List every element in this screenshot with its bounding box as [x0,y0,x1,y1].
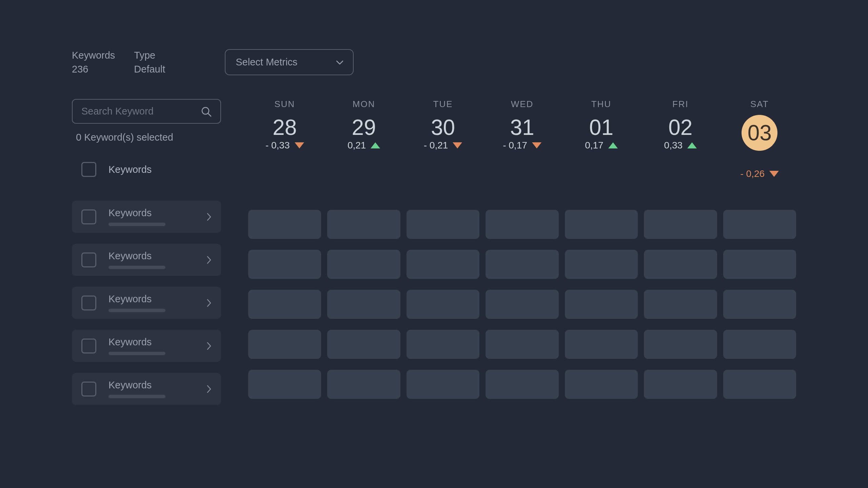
keywords-header-label: Keywords [108,164,152,175]
grid-cell[interactable] [248,370,321,399]
keyword-progress-bar [108,395,165,398]
keywords-stat: Keywords 236 [72,50,115,75]
grid-cell[interactable] [723,290,796,319]
grid-cell[interactable] [723,250,796,279]
type-value: Default [134,64,165,75]
keyword-row-label: Keywords [108,207,207,219]
grid-cell[interactable] [327,250,400,279]
metric-value: 0,21 [348,140,366,151]
grid-cell[interactable] [407,290,479,319]
chevron-right-icon [207,342,212,350]
search-input[interactable]: Search Keyword [72,99,221,124]
day-metric: 0,17 [565,140,638,151]
keyword-checkbox[interactable] [81,209,96,224]
grid-cell[interactable] [644,250,717,279]
keyword-checkbox[interactable] [81,252,96,267]
grid-cell[interactable] [248,210,321,239]
grid-cell[interactable] [327,210,400,239]
metric-value: - 0,33 [265,140,290,151]
grid-cell[interactable] [723,210,796,239]
grid-cell[interactable] [486,210,558,239]
grid-cell[interactable] [486,370,558,399]
day-number: 02 [668,115,692,140]
grid-cell[interactable] [486,250,558,279]
metric-value: - 0,17 [503,140,527,151]
day-name: FRI [644,99,717,109]
grid-cell[interactable] [644,370,717,399]
select-all-row[interactable]: Keywords [72,162,221,177]
grid-cell[interactable] [723,330,796,359]
day-number: 31 [510,115,534,140]
grid-cell[interactable] [248,250,321,279]
select-metrics-dropdown[interactable]: Select Metrics [225,49,354,75]
day-metric: - 0,21 [407,140,479,151]
keyword-row[interactable]: Keywords [72,287,221,319]
grid-cell[interactable] [644,330,717,359]
chevron-right-icon [207,299,212,307]
keyword-row-label: Keywords [108,380,207,391]
day-column[interactable]: SAT03- 0,26 [723,99,796,179]
grid-cell[interactable] [248,290,321,319]
day-number: 01 [589,115,613,140]
grid-cell[interactable] [565,370,638,399]
grid-cell[interactable] [407,330,479,359]
metric-value: - 0,21 [424,140,448,151]
day-metric: - 0,17 [486,140,558,151]
day-metric: 0,33 [644,140,717,151]
trend-down-icon [453,142,462,148]
day-name: MON [327,99,400,109]
grid-cell[interactable] [327,330,400,359]
keyword-row-label: Keywords [108,337,207,348]
grid-cell[interactable] [486,290,558,319]
grid-cell[interactable] [565,210,638,239]
day-column[interactable]: SUN28- 0,33 [248,99,321,179]
metric-value: - 0,26 [740,168,765,179]
day-number: 30 [431,115,455,140]
day-column[interactable]: WED31- 0,17 [486,99,558,179]
grid-row [248,210,796,239]
svg-point-0 [202,107,209,114]
keyword-progress-bar [108,266,165,269]
grid-row [248,250,796,279]
grid-cell[interactable] [407,370,479,399]
grid-cell[interactable] [644,210,717,239]
selected-count: 0 Keyword(s) selected [72,132,221,143]
grid-cell[interactable] [407,250,479,279]
grid-cell[interactable] [486,330,558,359]
grid-cell[interactable] [327,370,400,399]
trend-down-icon [295,142,304,148]
keyword-row-label: Keywords [108,250,207,262]
trend-down-icon [532,142,541,148]
keyword-progress-bar [108,223,165,226]
keyword-checkbox[interactable] [81,296,96,310]
select-all-checkbox[interactable] [81,162,96,177]
grid-cell[interactable] [644,290,717,319]
keyword-checkbox[interactable] [81,339,96,353]
grid-cell[interactable] [565,290,638,319]
grid-cell[interactable] [723,370,796,399]
chevron-right-icon [207,385,212,393]
day-column[interactable]: FRI020,33 [644,99,717,179]
keyword-progress-bar [108,352,165,355]
day-metric: - 0,26 [723,168,796,179]
grid-cell[interactable] [565,250,638,279]
chevron-right-icon [207,213,212,221]
keyword-row[interactable]: Keywords [72,330,221,362]
grid-cell[interactable] [565,330,638,359]
day-column[interactable]: MON290,21 [327,99,400,179]
day-metric: 0,21 [327,140,400,151]
trend-up-icon [608,142,618,148]
day-column[interactable]: THU010,17 [565,99,638,179]
keywords-value: 236 [72,64,115,75]
grid-cell[interactable] [327,290,400,319]
day-column[interactable]: TUE30- 0,21 [407,99,479,179]
grid-cell[interactable] [407,210,479,239]
day-name: SAT [723,99,796,109]
keyword-row[interactable]: Keywords [72,373,221,405]
keyword-checkbox[interactable] [81,382,96,396]
day-name: TUE [407,99,479,109]
grid-cell[interactable] [248,330,321,359]
day-number: 28 [273,115,297,140]
keyword-row[interactable]: Keywords [72,201,221,233]
keyword-row[interactable]: Keywords [72,244,221,276]
